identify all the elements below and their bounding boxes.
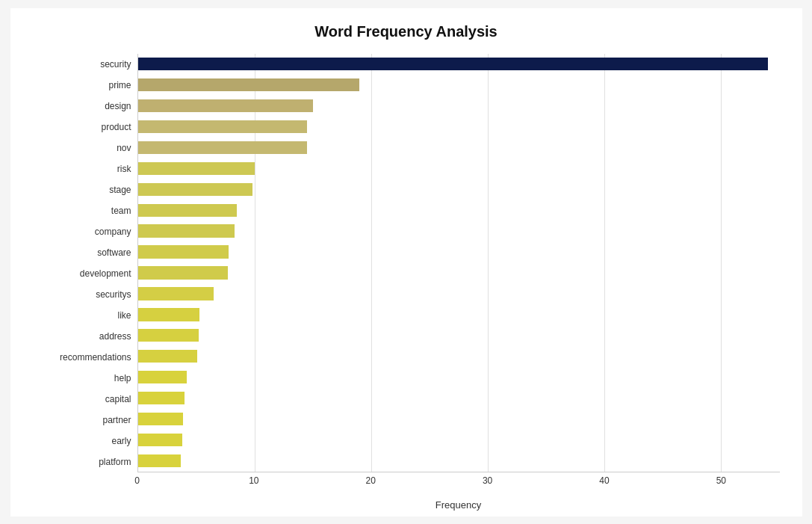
bar-row [138, 95, 780, 116]
y-label: development [80, 263, 131, 284]
y-label: early [111, 431, 131, 451]
bar [138, 392, 185, 404]
y-label: like [117, 305, 131, 326]
bar-row [138, 54, 780, 75]
y-label: software [97, 242, 131, 263]
y-label: securitys [96, 284, 131, 305]
bar-row [138, 200, 780, 221]
bar [138, 287, 214, 300]
y-label: recommendations [60, 347, 131, 368]
bar [138, 162, 255, 175]
bar [138, 78, 360, 91]
bar-row [138, 409, 780, 430]
y-label: design [105, 96, 131, 117]
bar-row [138, 325, 780, 346]
bar-row [138, 116, 780, 137]
y-label: stage [109, 179, 131, 200]
bar-row [138, 451, 780, 472]
bar [138, 141, 307, 154]
y-label: capital [105, 389, 131, 410]
plot-area [137, 54, 780, 472]
y-label: partner [102, 410, 131, 431]
bar [138, 371, 187, 383]
bar [138, 99, 313, 112]
bar-row [138, 221, 780, 241]
bar [138, 329, 199, 342]
y-label: product [101, 117, 131, 138]
y-label: address [99, 326, 131, 347]
bar [138, 308, 200, 321]
y-label: team [111, 200, 131, 221]
y-label: risk [117, 158, 131, 179]
y-label: nov [117, 138, 131, 158]
bar-row [138, 430, 780, 451]
bar [138, 266, 228, 279]
x-tick-label: 0 [134, 475, 140, 486]
bar-row [138, 241, 780, 262]
bar-row [138, 346, 780, 367]
y-label: prime [108, 75, 131, 96]
x-axis: 01020304050 Frequency [33, 475, 780, 511]
bar [138, 454, 182, 467]
bar-row [138, 262, 780, 283]
y-label: company [95, 221, 131, 242]
chart-title: Word Frequency Analysis [33, 23, 780, 40]
bar [138, 224, 235, 237]
bar-row [138, 283, 780, 304]
bar [138, 120, 307, 133]
y-label: platform [99, 451, 131, 472]
bar [138, 204, 238, 217]
y-label: security [100, 54, 131, 75]
y-label: help [114, 368, 131, 389]
x-tick-label: 40 [599, 475, 609, 486]
x-tick-label: 20 [366, 475, 376, 486]
bar-row [138, 388, 780, 409]
bar-row [138, 367, 780, 388]
bar [138, 245, 229, 258]
x-tick-label: 50 [716, 475, 726, 486]
bar [138, 434, 182, 446]
bar-row [138, 304, 780, 325]
bar-row [138, 179, 780, 200]
bar-row [138, 158, 780, 179]
x-axis-title: Frequency [137, 499, 780, 511]
y-axis: securityprimedesignproductnovriskstagete… [33, 54, 137, 472]
bar [138, 413, 184, 425]
bar-row [138, 74, 780, 95]
x-tick-label: 30 [483, 475, 492, 486]
bar [138, 183, 252, 196]
bar-row [138, 137, 780, 158]
chart-container: Word Frequency Analysis securityprimedes… [10, 8, 802, 517]
bar [138, 350, 198, 363]
bar [138, 58, 768, 70]
x-tick-label: 10 [249, 475, 258, 486]
